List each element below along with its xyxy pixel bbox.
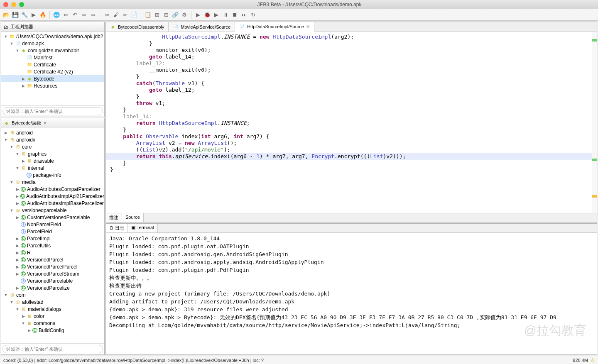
toolbar-button[interactable]: ↶ xyxy=(71,11,78,19)
toolbar-button[interactable]: 🖌 xyxy=(112,11,120,19)
caret-icon[interactable]: ▶ xyxy=(21,84,25,88)
caret-icon[interactable]: ▼ xyxy=(15,166,20,170)
editor-tab[interactable]: 📄MovieApiService/Source xyxy=(169,22,235,32)
close-panel-icon[interactable]: ✕ xyxy=(43,120,47,126)
tree-item[interactable]: ▼⊞com xyxy=(1,291,104,298)
tree-item[interactable]: ▼⊞core xyxy=(1,143,104,150)
toolbar-button[interactable]: ⇨ xyxy=(89,11,97,19)
tree-item[interactable]: ▼📁/Users/CQC/Downloads/demo.apk.jdb2 xyxy=(1,33,104,40)
maximize-window-button[interactable] xyxy=(19,2,24,7)
tree-item[interactable]: INonParcelField xyxy=(1,221,104,228)
toolbar-button[interactable]: ⏭ xyxy=(240,11,248,19)
caret-icon[interactable]: ▼ xyxy=(10,300,14,304)
hierarchy-tree[interactable]: ▶⊞android▼⊞androidx▼⊞core▼⊞graphics▶⊞dra… xyxy=(1,128,104,343)
project-filter-input[interactable] xyxy=(2,107,103,115)
tree-item[interactable]: ▼◆com.goldze.mvvmhabit xyxy=(1,47,104,54)
caret-icon[interactable]: ▶ xyxy=(15,286,20,290)
caret-icon[interactable]: ▼ xyxy=(21,321,25,325)
tree-item[interactable]: ▶⊞color xyxy=(1,313,104,320)
tree-item[interactable]: ▶CVersionedParcelParcel xyxy=(1,263,104,270)
toolbar-button[interactable]: 🔥 xyxy=(39,11,47,19)
caret-icon[interactable]: ▶ xyxy=(15,237,20,241)
caret-icon[interactable]: ▼ xyxy=(15,49,20,53)
caret-icon[interactable]: ▶ xyxy=(15,215,20,220)
toolbar-button[interactable]: ⊞ xyxy=(153,11,161,19)
tree-item[interactable]: ▶CVersionedParcelize xyxy=(1,284,104,291)
toolbar-button[interactable]: ▶ xyxy=(194,11,202,19)
subtab-source[interactable]: Source xyxy=(122,213,144,222)
toolbar-button[interactable]: 📂 xyxy=(2,11,10,19)
tree-item[interactable]: ▼⊞materialdialogs xyxy=(1,305,104,313)
tree-item[interactable]: Ipackage-info xyxy=(1,171,104,178)
caret-icon[interactable]: ▼ xyxy=(10,180,14,184)
caret-icon[interactable]: ▼ xyxy=(4,293,8,297)
tree-item[interactable]: 📄Manifest xyxy=(1,54,104,61)
toolbar-button[interactable]: 🌐 xyxy=(53,11,60,19)
caret-icon[interactable]: ▶ xyxy=(15,194,19,198)
console-output[interactable]: Java: Oracle Corporation 1.8.0_144 Plugi… xyxy=(106,233,597,354)
tree-item[interactable]: ▼⊞graphics xyxy=(1,150,104,157)
caret-icon[interactable]: ▶ xyxy=(21,77,25,81)
tree-item[interactable]: ▶CAudioAttributesCompatParcelizer xyxy=(1,186,104,193)
tree-item[interactable]: ▼⊞commons xyxy=(1,320,104,327)
caret-icon[interactable]: ▼ xyxy=(4,34,8,39)
hierarchy-filter-input[interactable] xyxy=(2,345,103,353)
caret-icon[interactable]: ▼ xyxy=(10,42,14,46)
toolbar-button[interactable]: ⊟ xyxy=(162,11,170,19)
toolbar-button[interactable]: ✏ xyxy=(121,11,129,19)
tree-item[interactable]: IVersionedParcelable xyxy=(1,277,104,284)
tree-item[interactable]: ▼⊞media xyxy=(1,178,104,186)
console-tab[interactable]: 🗒 日志 xyxy=(106,224,128,232)
caret-icon[interactable]: ▶ xyxy=(21,314,25,318)
tree-item[interactable]: ▶CParcelImpl xyxy=(1,235,104,242)
tree-item[interactable]: ▼⊞afollestad xyxy=(1,298,104,305)
caret-icon[interactable]: ▼ xyxy=(15,307,20,311)
caret-icon[interactable]: ▶ xyxy=(15,187,20,191)
console-tab[interactable]: ▣ Terminal xyxy=(128,224,157,232)
tree-item[interactable]: ▶◆Bytecode xyxy=(1,75,104,82)
close-tab-icon[interactable]: ✕ xyxy=(306,24,310,29)
caret-icon[interactable]: ▶ xyxy=(15,201,20,205)
tree-item[interactable]: ▶CBuildConfig xyxy=(1,327,104,334)
toolbar-button[interactable]: ▶ xyxy=(213,11,220,19)
caret-icon[interactable]: ▶ xyxy=(4,131,8,135)
tree-item[interactable]: ▶CVersionedParcel xyxy=(1,256,104,263)
toolbar-button[interactable]: 🐞 xyxy=(203,11,211,19)
toolbar-button[interactable]: 🔗 xyxy=(172,11,179,19)
caret-icon[interactable]: ▶ xyxy=(15,251,20,255)
project-tree[interactable]: ▼📁/Users/CQC/Downloads/demo.apk.jdb2▼📄de… xyxy=(1,32,104,105)
subtab-desc[interactable]: 描述 xyxy=(106,213,122,222)
toolbar-button[interactable]: ⇒ xyxy=(103,11,110,19)
toolbar-button[interactable]: ▶ xyxy=(30,11,37,19)
caret-icon[interactable]: ▶ xyxy=(21,159,25,163)
tree-item[interactable]: ▼⊞internal xyxy=(1,164,104,171)
caret-icon[interactable]: ▶ xyxy=(15,244,20,248)
tree-item[interactable]: ▶⊞android xyxy=(1,129,104,136)
tree-item[interactable]: ▼📄demo.apk xyxy=(1,40,104,47)
tree-item[interactable]: ▶CVersionedParcelStream xyxy=(1,270,104,277)
code-editor[interactable]: HttpDataSourceImpl.INSTANCE = new HttpDa… xyxy=(106,32,597,213)
editor-ruler[interactable] xyxy=(592,32,597,213)
caret-icon[interactable]: ▼ xyxy=(10,145,14,149)
tree-item[interactable]: 📁Certificate xyxy=(1,61,104,68)
tree-item[interactable]: ▶⊞drawable xyxy=(1,157,104,164)
toolbar-button[interactable]: 🔧 xyxy=(21,11,28,19)
tree-item[interactable]: 📁Certificate #2 (v2) xyxy=(1,68,104,75)
toolbar-button[interactable]: ⇦ xyxy=(80,11,88,19)
tree-item[interactable]: ▶CR xyxy=(1,249,104,256)
tree-item[interactable]: ▶📁Resources xyxy=(1,82,104,89)
toolbar-button[interactable]: ↻ xyxy=(249,11,257,19)
caret-icon[interactable]: ▶ xyxy=(15,265,20,269)
minimize-window-button[interactable] xyxy=(11,2,16,7)
toolbar-button[interactable]: 📄 xyxy=(130,11,138,19)
toolbar-button[interactable]: ⚙ xyxy=(181,11,188,19)
tree-item[interactable]: ▶CAudioAttributesImplApi21Parcelizer xyxy=(1,193,104,200)
toolbar-button[interactable]: 📋 xyxy=(144,11,152,19)
editor-tab[interactable]: ◆Bytecode/Disassembly xyxy=(106,22,169,32)
caret-icon[interactable]: ▶ xyxy=(15,258,20,262)
tree-item[interactable]: ▶CAudioAttributesImplBaseParcelizer xyxy=(1,200,104,207)
caret-icon[interactable]: ▼ xyxy=(10,208,14,213)
tree-item[interactable]: IParcelField xyxy=(1,228,104,235)
caret-icon[interactable]: ▼ xyxy=(4,138,8,142)
toolbar-button[interactable]: ⇐ xyxy=(62,11,69,19)
